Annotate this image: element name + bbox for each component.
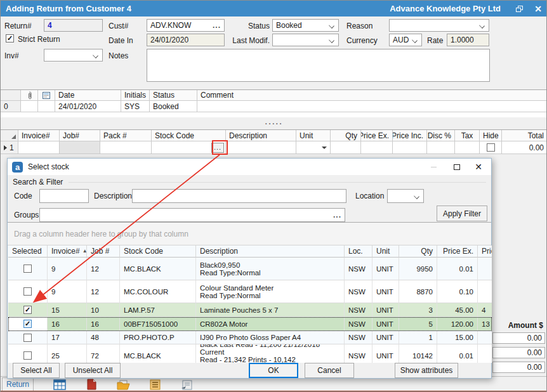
- stock-table-row[interactable]: 17 48 PRO.PHOTO.P IJ90 Pro Photo Gloss P…: [8, 331, 492, 344]
- currency-select[interactable]: AUD: [389, 34, 422, 46]
- unselect-all-button[interactable]: Unselect All: [65, 363, 121, 378]
- lines-job-header[interactable]: Job#: [60, 130, 100, 141]
- lines-description-cell[interactable]: [226, 141, 296, 154]
- lines-unit-header[interactable]: Unit: [296, 130, 331, 141]
- description-column-header[interactable]: Description: [196, 245, 345, 258]
- row-invoice-cell[interactable]: 9: [48, 280, 87, 303]
- row-stockcode-cell[interactable]: MC.BLACK: [120, 258, 196, 280]
- cust-lookup-ellipsis[interactable]: ...: [213, 21, 221, 30]
- row-unit-cell[interactable]: UNIT: [372, 331, 399, 344]
- row-invoice-cell[interactable]: 25: [48, 344, 87, 363]
- row-stockcode-cell[interactable]: MC.BLACK: [120, 344, 196, 363]
- lines-qty-header[interactable]: Qty: [331, 130, 361, 141]
- row-priceinc-cell-clipped[interactable]: 13: [478, 317, 492, 331]
- row-priceinc-cell-clipped[interactable]: [478, 258, 492, 280]
- splitter-handle[interactable]: ·····: [1, 117, 547, 129]
- groups-lookup-ellipsis[interactable]: ...: [333, 211, 341, 219]
- lines-priceinc-cell[interactable]: [393, 141, 427, 154]
- document-lines-button[interactable]: [147, 377, 163, 390]
- lines-hide-cell[interactable]: [480, 141, 502, 154]
- row-qty-cell[interactable]: 3: [399, 303, 437, 317]
- tab-return[interactable]: Return: [2, 377, 34, 391]
- lines-hide-header[interactable]: Hide: [480, 130, 502, 141]
- history-row[interactable]: 0 24/01/2020 SYS Booked: [1, 101, 547, 112]
- dialog-maximize-button[interactable]: [446, 159, 468, 175]
- lines-tax-header[interactable]: Tax: [455, 130, 480, 141]
- row-qty-cell[interactable]: 8870: [399, 280, 437, 303]
- history-comment-header[interactable]: Comment: [197, 90, 547, 101]
- lines-priceinc-header[interactable]: Price Inc.: [393, 130, 427, 141]
- row-description-cell[interactable]: Black Last Read - 11,200 21/12/2018 Curr…: [196, 344, 345, 363]
- row-selected-cell[interactable]: [8, 258, 48, 280]
- history-date-header[interactable]: Date: [55, 90, 121, 101]
- row-job-cell[interactable]: 72: [87, 344, 120, 363]
- row-description-cell[interactable]: IJ90 Pro Photo Gloss Paper A4: [196, 331, 345, 344]
- row-priceinc-cell-clipped[interactable]: [478, 280, 492, 303]
- row-checkbox[interactable]: [23, 287, 32, 296]
- strict-return-checkbox[interactable]: [6, 34, 14, 42]
- unit-column-header[interactable]: Unit: [372, 245, 399, 258]
- code-input[interactable]: [39, 189, 89, 203]
- dialog-close-button[interactable]: ✕: [468, 159, 489, 175]
- row-stockcode-cell[interactable]: MC.COLOUR: [120, 280, 196, 303]
- row-priceex-cell[interactable]: 0.10: [437, 280, 478, 303]
- stock-table-row[interactable]: 15 10 LAM.P.57 Laminate Pouches 5 x 7 NS…: [8, 303, 492, 317]
- history-date-cell[interactable]: 24/01/2020: [55, 101, 121, 112]
- priceinc-column-header-clipped[interactable]: Pric: [478, 245, 492, 258]
- lines-pack-cell[interactable]: [100, 141, 152, 154]
- lines-description-header[interactable]: Description: [226, 130, 296, 141]
- filter-description-input[interactable]: [132, 189, 346, 203]
- job-column-header[interactable]: Job #: [87, 245, 120, 258]
- ok-button[interactable]: OK: [249, 363, 298, 378]
- row-qty-cell[interactable]: 1: [399, 331, 437, 344]
- row-job-cell[interactable]: 10: [87, 303, 120, 317]
- row-stockcode-cell[interactable]: PRO.PHOTO.P: [120, 331, 196, 344]
- row-description-cell[interactable]: Colour Standard Meter Read Type:Normal: [196, 280, 345, 303]
- row-priceex-cell[interactable]: 45.00: [437, 303, 478, 317]
- row-priceex-cell[interactable]: 0.01: [437, 344, 478, 363]
- row-job-cell[interactable]: 16: [87, 317, 120, 331]
- location-select[interactable]: [387, 189, 424, 203]
- row-unit-cell[interactable]: UNIT: [372, 344, 399, 363]
- stock-table-row[interactable]: 16 16 00BF715051000 CR802A Motor NSW UNI…: [8, 317, 492, 331]
- lines-total-header[interactable]: Total: [502, 130, 547, 141]
- status-select[interactable]: Booked: [272, 19, 339, 32]
- export-word-button[interactable]: [83, 377, 100, 390]
- notes-textarea[interactable]: [147, 49, 490, 82]
- history-initials-cell[interactable]: SYS: [121, 101, 150, 112]
- open-folder-button[interactable]: [115, 377, 131, 390]
- return-number-field[interactable]: 4: [44, 19, 103, 32]
- row-selected-cell[interactable]: [8, 303, 48, 317]
- qty-column-header[interactable]: Qty: [399, 245, 437, 258]
- lines-unit-cell[interactable]: [296, 141, 331, 154]
- row-invoice-cell[interactable]: 9: [48, 258, 87, 280]
- row-stockcode-cell[interactable]: LAM.P.57: [120, 303, 196, 317]
- date-in-field[interactable]: 24/01/2020: [147, 34, 225, 46]
- row-unit-cell[interactable]: UNIT: [372, 280, 399, 303]
- row-priceex-cell[interactable]: 15.00: [437, 331, 478, 344]
- row-selected-cell[interactable]: [8, 317, 48, 331]
- row-job-cell[interactable]: 12: [87, 280, 120, 303]
- history-status-cell[interactable]: Booked: [150, 101, 197, 112]
- attachment-column-header[interactable]: [21, 90, 38, 101]
- stock-table-row[interactable]: 25 72 MC.BLACK Black Last Read - 11,200 …: [8, 344, 492, 363]
- lines-priceex-header[interactable]: Price Ex.: [361, 130, 393, 141]
- row-description-cell[interactable]: CR802A Motor: [196, 317, 345, 331]
- row-invoice-cell[interactable]: 15: [48, 303, 87, 317]
- row-priceinc-cell-clipped[interactable]: [478, 344, 492, 363]
- priceex-column-header[interactable]: Price Ex.: [437, 245, 478, 258]
- row-priceex-cell[interactable]: 0.01: [437, 258, 478, 280]
- reason-select[interactable]: [389, 19, 489, 32]
- unit-dropdown-icon[interactable]: [322, 147, 327, 149]
- history-comment-cell[interactable]: [197, 101, 547, 112]
- apply-filter-button[interactable]: Apply Filter: [437, 206, 487, 221]
- cancel-button[interactable]: Cancel: [305, 363, 354, 378]
- row-selected-cell[interactable]: [8, 344, 48, 363]
- row-selected-cell[interactable]: [8, 280, 48, 303]
- select-all-button[interactable]: Select All: [13, 363, 60, 378]
- row-job-cell[interactable]: 12: [87, 258, 120, 280]
- lines-disc-cell[interactable]: [427, 141, 455, 154]
- hide-checkbox[interactable]: [487, 143, 495, 152]
- row-qty-cell[interactable]: 10142: [399, 344, 437, 363]
- row-checkbox[interactable]: [23, 334, 32, 342]
